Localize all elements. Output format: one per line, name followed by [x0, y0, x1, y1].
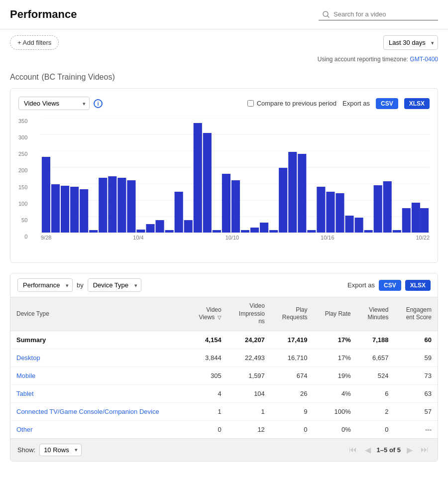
col-device-type: Device Type [10, 297, 188, 331]
table-export-label: Export as [347, 281, 375, 289]
svg-rect-40 [326, 192, 335, 233]
chart-area: 350 300 250 200 150 100 50 0 [18, 118, 430, 254]
svg-rect-36 [288, 152, 297, 233]
x-axis-labels: 9/28 10/4 10/10 10/16 10/22 [41, 235, 430, 241]
mobile-link[interactable]: Mobile [16, 372, 35, 379]
export-label: Export as [342, 100, 370, 107]
svg-rect-28 [213, 230, 221, 233]
svg-line-1 [328, 16, 329, 17]
table-row: Mobile 305 1,597 674 19% 524 73 [10, 367, 438, 384]
compare-label[interactable]: Compare to previous period [247, 100, 336, 107]
rows-per-page-select[interactable]: 10 Rows 5 Rows 25 Rows 50 Rows [39, 444, 82, 456]
account-section: Account (BC Training Videos) [0, 67, 448, 82]
svg-rect-33 [260, 223, 268, 233]
summary-engagement-score: 60 [394, 331, 438, 349]
col-video-views: VideoViews ▽ [188, 297, 227, 331]
table-footer: Show: 10 Rows 5 Rows 25 Rows 50 Rows ⏮ ◀… [10, 438, 438, 461]
svg-rect-32 [250, 228, 259, 233]
col-play-rate: Play Rate [314, 297, 357, 331]
svg-rect-22 [155, 220, 164, 233]
summary-label: Summary [10, 331, 188, 349]
search-input[interactable] [334, 10, 434, 18]
info-icon[interactable]: i [94, 99, 103, 108]
summary-video-views: 4,154 [188, 331, 227, 349]
add-filters-button[interactable]: + Add filters [10, 35, 59, 50]
col-engagement-score: Engagement Score [394, 297, 438, 331]
next-page-button[interactable]: ▶ [405, 444, 415, 456]
summary-video-impressions: 24,207 [227, 331, 271, 349]
tablet-link[interactable]: Tablet [16, 390, 34, 397]
svg-rect-42 [345, 216, 353, 233]
svg-rect-43 [355, 218, 363, 233]
svg-rect-12 [61, 186, 69, 233]
table-export-csv-button[interactable]: CSV [379, 280, 401, 291]
svg-rect-48 [402, 208, 411, 233]
chart-export-csv-button[interactable]: CSV [376, 98, 398, 109]
chart-card: Video Views Play Rate Video Impressions … [10, 88, 438, 263]
svg-rect-45 [374, 185, 382, 233]
search-icon [323, 11, 330, 18]
bar-chart-svg [41, 118, 430, 233]
page-info: 1–5 of 5 [377, 446, 401, 454]
table-row: Desktop 3,844 22,493 16,710 17% 6,657 59 [10, 349, 438, 367]
by-label: by [77, 281, 84, 289]
svg-rect-11 [51, 184, 60, 233]
pagination: ⏮ ◀ 1–5 of 5 ▶ ⏭ [347, 444, 431, 456]
last-page-button[interactable]: ⏭ [419, 444, 431, 455]
show-rows: Show: 10 Rows 5 Rows 25 Rows 50 Rows [17, 444, 82, 456]
y-axis: 350 300 250 200 150 100 50 0 [18, 118, 30, 240]
data-table: Device Type VideoViews ▽ VideoImpression… [10, 297, 438, 438]
svg-rect-13 [70, 187, 79, 233]
svg-rect-24 [175, 192, 183, 233]
svg-rect-23 [165, 230, 174, 233]
table-export-xlsx-button[interactable]: XLSX [405, 280, 431, 291]
svg-rect-39 [317, 187, 325, 233]
svg-rect-49 [412, 203, 420, 233]
col-play-requests: PlayRequests [271, 297, 314, 331]
compare-checkbox[interactable] [247, 100, 254, 107]
col-video-impressions: VideoImpressions [227, 297, 271, 331]
svg-rect-34 [269, 230, 278, 233]
svg-rect-31 [241, 230, 249, 233]
table-row: Connected TV/Game Console/Companion Devi… [10, 402, 438, 420]
date-range-select[interactable]: Last 30 days Last 7 days Last 90 days Cu… [383, 35, 438, 50]
svg-rect-20 [136, 230, 145, 233]
svg-rect-17 [108, 176, 116, 233]
summary-play-rate: 17% [314, 331, 357, 349]
timezone-link[interactable]: GMT-0400 [410, 56, 438, 63]
svg-rect-25 [184, 220, 193, 233]
top-header: Performance [0, 0, 448, 29]
desktop-link[interactable]: Desktop [16, 354, 40, 362]
summary-viewed-minutes: 7,188 [357, 331, 395, 349]
metric-select[interactable]: Video Views Play Rate Video Impressions [18, 97, 90, 110]
svg-rect-14 [80, 189, 88, 233]
svg-rect-50 [420, 208, 429, 233]
svg-rect-47 [393, 230, 401, 233]
device-type-select[interactable]: Device Type Country Player [88, 278, 141, 292]
table-toolbar: Performance Engagement by Device Type Co… [10, 273, 438, 297]
col-viewed-minutes: ViewedMinutes [357, 297, 395, 331]
show-label: Show: [17, 446, 35, 454]
search-box [319, 8, 438, 20]
svg-rect-16 [99, 178, 107, 233]
timezone-bar: Using account reporting timezone: GMT-04… [0, 56, 448, 67]
connected-tv-link[interactable]: Connected TV/Game Console/Companion Devi… [16, 408, 159, 415]
table-row: Other 0 12 0 0% 0 --- [10, 420, 438, 438]
svg-rect-29 [222, 174, 230, 233]
performance-select[interactable]: Performance Engagement [17, 278, 73, 292]
table-row: Tablet 4 104 26 4% 6 63 [10, 384, 438, 402]
table-section: Performance Engagement by Device Type Co… [10, 273, 438, 462]
svg-rect-26 [194, 123, 202, 233]
svg-rect-30 [231, 180, 240, 233]
table-header-row: Device Type VideoViews ▽ VideoImpression… [10, 297, 438, 331]
chart-export-xlsx-button[interactable]: XLSX [404, 98, 430, 109]
page-title: Performance [10, 8, 77, 21]
svg-rect-35 [279, 168, 287, 233]
first-page-button[interactable]: ⏮ [347, 444, 359, 455]
svg-rect-19 [127, 180, 135, 233]
other-link[interactable]: Other [16, 426, 33, 433]
prev-page-button[interactable]: ◀ [363, 444, 373, 456]
account-heading: Account (BC Training Videos) [10, 71, 438, 82]
summary-row: Summary 4,154 24,207 17,419 17% 7,188 60 [10, 331, 438, 349]
svg-rect-27 [203, 133, 212, 233]
